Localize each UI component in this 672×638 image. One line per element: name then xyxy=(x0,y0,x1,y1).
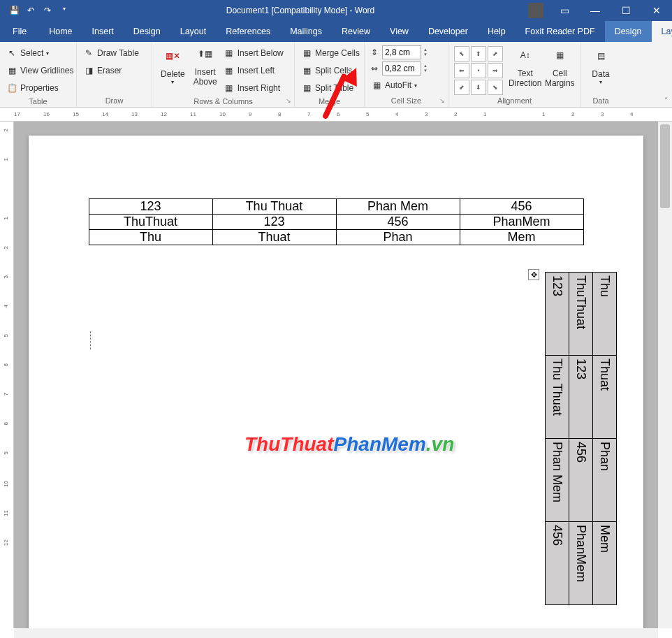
insert-below-button[interactable]: ▦Insert Below xyxy=(221,45,286,61)
text-direction-button[interactable]: A↕Text Direction xyxy=(507,45,543,94)
tab-insert[interactable]: Insert xyxy=(82,21,124,42)
merge-cells-button[interactable]: ▦Merge Cells xyxy=(299,45,362,61)
eraser-button[interactable]: ◨Eraser xyxy=(81,63,141,78)
table-cell[interactable]: 123 xyxy=(89,199,212,215)
tab-tabletools-layout[interactable]: Layout xyxy=(652,21,672,42)
autofit-button[interactable]: ▦AutoFit ▾ xyxy=(369,78,428,93)
align-top-left[interactable]: ⬉ xyxy=(454,46,469,61)
tab-mailings[interactable]: Mailings xyxy=(280,21,332,42)
spin-up[interactable]: ▲ xyxy=(423,48,428,52)
table-cell[interactable]: Phan xyxy=(593,439,617,522)
scrollbar-horizontal[interactable] xyxy=(14,628,658,638)
undo-icon[interactable]: ↶ xyxy=(22,6,39,15)
group-label: Data xyxy=(585,95,616,107)
col-width-input[interactable] xyxy=(382,61,421,75)
dialog-launcher-icon[interactable]: ↘ xyxy=(286,97,291,104)
table-cell[interactable]: 456 xyxy=(336,215,460,230)
row-height-icon: ⇕ xyxy=(369,47,380,58)
table-cell[interactable]: 456 xyxy=(569,439,593,522)
redo-icon[interactable]: ↷ xyxy=(39,6,56,15)
dialog-launcher-icon[interactable]: ↘ xyxy=(439,97,445,104)
scroll-thumb[interactable] xyxy=(660,124,670,208)
split-table-button[interactable]: ▦Split Table xyxy=(299,80,362,96)
qat-dropdown-icon[interactable]: ▾ xyxy=(56,6,73,15)
table-move-handle[interactable]: ✥ xyxy=(528,269,539,280)
table-cell[interactable]: Phan xyxy=(336,230,460,245)
ruler-vertical[interactable]: 21123456789101112 xyxy=(0,122,14,628)
select-button[interactable]: ↖Select ▾ xyxy=(4,45,75,61)
tab-foxit[interactable]: Foxit Reader PDF xyxy=(516,21,605,42)
table-cell[interactable]: ThuThuat xyxy=(569,273,593,356)
align-middle-right[interactable]: ➡ xyxy=(488,63,503,78)
tab-review[interactable]: Review xyxy=(332,21,380,42)
ribbon: ↖Select ▾ ▦View Gridlines 📋Properties Ta… xyxy=(0,42,672,108)
user-avatar[interactable] xyxy=(528,3,543,18)
tab-file[interactable]: File xyxy=(0,21,39,42)
split-cells-button[interactable]: ▦Split Cells xyxy=(299,63,362,78)
table-cell[interactable]: Mem xyxy=(593,522,617,605)
collapse-ribbon-icon[interactable]: ˄ xyxy=(664,96,668,104)
group-label: Draw xyxy=(81,95,147,107)
view-gridlines-button[interactable]: ▦View Gridlines xyxy=(4,63,75,78)
row-height-input[interactable] xyxy=(382,45,421,59)
table-2[interactable]: 123ThuThuatThuThu Thuat123ThuatPhan Mem4… xyxy=(545,272,617,605)
spin-down[interactable]: ▼ xyxy=(423,52,428,57)
align-top-center[interactable]: ⬆ xyxy=(471,46,486,61)
table-cell[interactable]: 123 xyxy=(569,356,593,439)
scrollbar-vertical[interactable] xyxy=(658,122,672,628)
align-bottom-left[interactable]: ⬋ xyxy=(454,80,469,95)
table-cell[interactable]: ThuThuat xyxy=(89,215,212,230)
table-cell[interactable]: 456 xyxy=(546,522,569,605)
table-cell[interactable]: PhanMem xyxy=(460,215,583,230)
maximize-icon[interactable]: ☐ xyxy=(611,5,641,16)
save-icon[interactable]: 💾 xyxy=(6,6,22,15)
table-cell[interactable]: 123 xyxy=(212,215,336,230)
tab-help[interactable]: Help xyxy=(478,21,516,42)
align-middle-center[interactable]: • xyxy=(471,63,486,78)
tab-view[interactable]: View xyxy=(380,21,418,42)
insert-above-icon: ⬆▦ xyxy=(197,49,214,66)
tab-home[interactable]: Home xyxy=(39,21,82,42)
ribbon-display-icon[interactable]: ▭ xyxy=(549,5,580,16)
table-cell[interactable]: PhanMem xyxy=(569,522,593,605)
draw-table-button[interactable]: ✎Draw Table xyxy=(81,45,141,61)
table-cell[interactable]: Phan Mem xyxy=(336,199,460,215)
table-cell[interactable]: Thu xyxy=(89,230,212,245)
ruler-horizontal[interactable]: 17161514131211109876543211234 xyxy=(0,108,672,122)
table-cell[interactable]: Thu xyxy=(593,273,617,356)
table-cell[interactable]: Thu Thuat xyxy=(546,356,569,439)
table-1[interactable]: 123Thu ThuatPhan Mem456ThuThuat123456Pha… xyxy=(89,198,584,245)
data-button[interactable]: ▤Data▾ xyxy=(585,43,616,92)
table-cell[interactable]: Phan Mem xyxy=(546,439,569,522)
properties-button[interactable]: 📋Properties xyxy=(4,80,75,96)
align-bottom-right[interactable]: ⬊ xyxy=(488,80,503,95)
tab-developer[interactable]: Developer xyxy=(418,21,478,42)
align-bottom-center[interactable]: ⬇ xyxy=(471,80,486,95)
tab-design[interactable]: Design xyxy=(124,21,170,42)
insert-above-button[interactable]: ⬆▦Insert Above xyxy=(189,43,221,92)
tab-layout[interactable]: Layout xyxy=(170,21,217,42)
grid-icon: ▦ xyxy=(6,65,17,76)
table-cell[interactable]: 123 xyxy=(546,273,569,356)
minimize-icon[interactable]: — xyxy=(580,5,611,16)
table-cell[interactable]: Thuat xyxy=(212,230,336,245)
cell-margins-button[interactable]: ▦Cell Margins xyxy=(543,45,576,94)
spin-down[interactable]: ▼ xyxy=(423,68,428,73)
cursor-icon: ↖ xyxy=(6,48,17,59)
tab-references[interactable]: References xyxy=(216,21,280,42)
insert-left-button[interactable]: ▦Insert Left xyxy=(221,63,286,78)
close-icon[interactable]: ✕ xyxy=(641,5,672,16)
pencil-icon: ✎ xyxy=(83,48,94,59)
table-cell[interactable]: Mem xyxy=(460,230,583,245)
delete-button[interactable]: ▦✕Delete▾ xyxy=(156,43,189,92)
align-middle-left[interactable]: ⬅ xyxy=(454,63,469,78)
table-cell[interactable]: Thu Thuat xyxy=(212,199,336,215)
spin-up[interactable]: ▲ xyxy=(423,64,428,68)
table-cell[interactable]: 456 xyxy=(460,199,583,215)
page: 123Thu ThuatPhan Mem456ThuThuat123456Pha… xyxy=(29,136,643,628)
table-cell[interactable]: Thuat xyxy=(593,356,617,439)
tab-tabletools-design[interactable]: Design xyxy=(605,21,652,42)
window-title: Document1 [Compatibility Mode] - Word xyxy=(73,6,528,15)
insert-right-button[interactable]: ▦Insert Right xyxy=(221,80,286,96)
align-top-right[interactable]: ⬈ xyxy=(488,46,503,61)
